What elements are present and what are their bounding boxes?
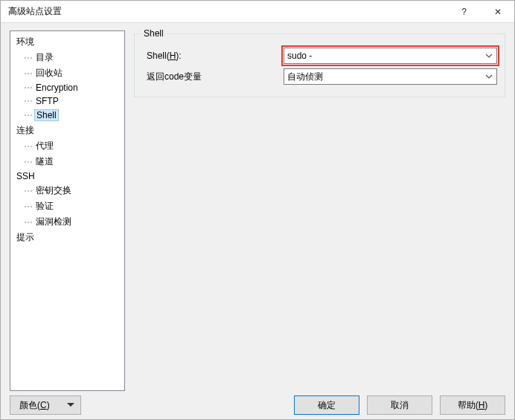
groupbox-legend: Shell	[141, 28, 167, 39]
chevron-down-icon	[484, 51, 493, 60]
field-label: 返回code变量	[142, 71, 284, 83]
dropdown-arrow-icon	[67, 403, 74, 407]
tree-item[interactable]: ⋯隧道	[10, 154, 124, 169]
field-label: Shell(H):	[142, 51, 284, 61]
tree-item[interactable]: ⋯Shell	[10, 108, 124, 123]
tree-item[interactable]: ⋯目录	[10, 50, 124, 65]
form-row: 返回code变量自动侦测	[142, 68, 497, 85]
titlebar: 高级站点设置 ? ✕	[1, 1, 514, 23]
content-area: 环境⋯目录⋯回收站⋯Encryption⋯SFTP⋯Shell连接⋯代理⋯隧道S…	[1, 23, 514, 391]
category-tree[interactable]: 环境⋯目录⋯回收站⋯Encryption⋯SFTP⋯Shell连接⋯代理⋯隧道S…	[10, 30, 125, 391]
combobox[interactable]: 自动侦测	[284, 68, 497, 85]
color-button[interactable]: 颜色(C)	[10, 395, 81, 415]
cancel-button[interactable]: 取消	[367, 395, 432, 415]
settings-panel: Shell Shell(H):sudo -返回code变量自动侦测	[134, 30, 505, 391]
combobox[interactable]: sudo -	[284, 48, 497, 64]
tree-item[interactable]: ⋯密钥交换	[10, 183, 124, 198]
tree-item[interactable]: ⋯Encryption	[10, 81, 124, 94]
tree-item[interactable]: ⋯SFTP	[10, 94, 124, 108]
window-title: 高级站点设置	[8, 5, 447, 18]
tree-item[interactable]: ⋯回收站	[10, 65, 124, 81]
tree-group[interactable]: 连接	[10, 123, 124, 138]
help-dialog-button[interactable]: 帮助(H)	[440, 395, 505, 415]
close-button[interactable]: ✕	[481, 1, 514, 23]
combobox-value: 自动侦测	[287, 71, 323, 83]
shell-groupbox: Shell Shell(H):sudo -返回code变量自动侦测	[134, 33, 505, 97]
tree-item[interactable]: ⋯代理	[10, 138, 124, 154]
tree-group[interactable]: SSH	[10, 169, 124, 183]
tree-group[interactable]: 提示	[10, 230, 124, 245]
chevron-down-icon	[484, 72, 493, 81]
tree-item[interactable]: ⋯验证	[10, 198, 124, 214]
form-row: Shell(H):sudo -	[142, 48, 497, 64]
dialog-footer: 颜色(C) 确定 取消 帮助(H)	[1, 391, 514, 419]
combobox-value: sudo -	[287, 51, 312, 61]
tree-group[interactable]: 环境	[10, 34, 124, 50]
ok-button[interactable]: 确定	[294, 395, 359, 415]
tree-item[interactable]: ⋯漏洞检测	[10, 214, 124, 230]
help-button[interactable]: ?	[447, 1, 481, 23]
